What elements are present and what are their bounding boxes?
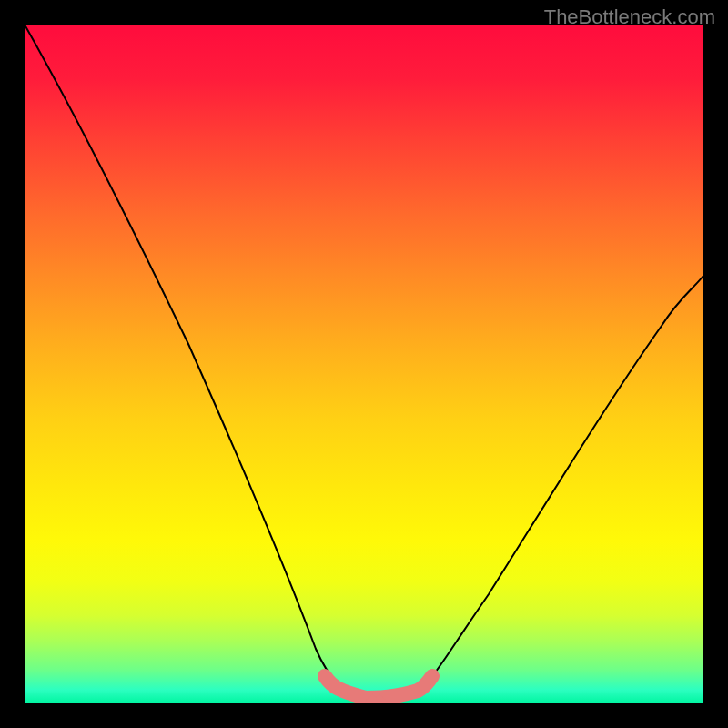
bottleneck-curve-path	[25, 25, 703, 700]
watermark-text: TheBottleneck.com	[544, 5, 715, 29]
highlight-ripple	[369, 698, 383, 702]
chart-container: TheBottleneck.com	[0, 0, 728, 728]
highlight-band-path	[325, 676, 432, 698]
curve-svg	[25, 25, 703, 703]
plot-area	[25, 25, 703, 703]
